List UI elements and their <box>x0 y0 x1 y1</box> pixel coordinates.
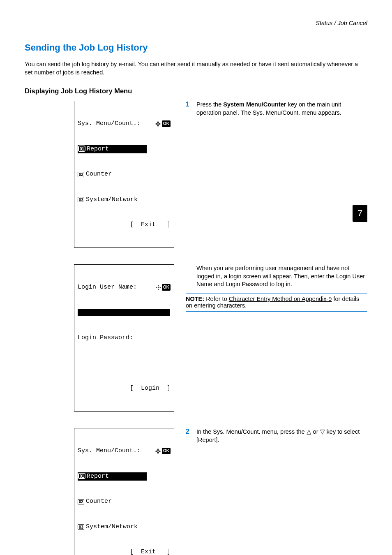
num-02-icon: 02 <box>78 499 84 504</box>
panel2-row2: Login Password: <box>78 334 133 342</box>
arrow-ok-icon: OK <box>155 120 171 127</box>
page-title: Sending the Job Log History <box>25 42 367 53</box>
header-divider <box>25 29 367 29</box>
header-right: Status / Job Cancel <box>25 20 367 26</box>
lcd-panel-login: Login User Name: OK Login Password: [ Lo… <box>74 264 174 412</box>
step-2-number: 2 <box>186 428 196 435</box>
note-link[interactable]: Character Entry Method on Appendix-9 <box>229 296 332 302</box>
arrow-ok-icon: OK <box>155 448 171 454</box>
ok-badge: OK <box>162 284 171 291</box>
panel1-item1: Report <box>87 146 109 153</box>
panel1-exit: [ Exit ] <box>130 221 171 229</box>
panel2-login: [ Login ] <box>130 384 171 393</box>
panel2-title: Login User Name: <box>78 283 137 291</box>
svg-marker-0 <box>155 121 161 127</box>
chapter-tab: 7 <box>353 205 367 222</box>
step-1-text: Press the System Menu/Counter key on the… <box>196 101 367 117</box>
step-1-number: 1 <box>186 101 196 108</box>
note-label: NOTE: <box>186 296 204 302</box>
sub-heading: Displaying Job Log History Menu <box>25 87 367 95</box>
panel1-item3: System/Network <box>86 196 138 204</box>
panel3-exit: [ Exit ] <box>130 548 171 555</box>
note-block: NOTE: Refer to Character Entry Method on… <box>186 294 367 312</box>
down-triangle-icon: ▽ <box>320 428 325 436</box>
svg-marker-6 <box>155 449 161 454</box>
panel3-title: Sys. Menu/Count.: <box>78 447 141 455</box>
panel1-title: Sys. Menu/Count.: <box>78 120 141 128</box>
panel3-item3: System/Network <box>86 523 138 531</box>
arrow-small-ok-icon: OK <box>156 284 171 291</box>
ok-badge: OK <box>162 448 171 454</box>
panel3-item2: Counter <box>86 497 112 506</box>
svg-point-1 <box>158 287 159 288</box>
lcd-panel-sysmenu-2: Sys. Menu/Count.: OK 01Report 02Counter … <box>74 428 174 555</box>
intro-paragraph: You can send the job log history by e-ma… <box>25 60 367 76</box>
num-03-icon: 03 <box>78 524 84 530</box>
num-01-icon: 01 <box>78 146 85 151</box>
panel1-item2: Counter <box>86 170 112 178</box>
num-01-icon: 01 <box>78 473 85 479</box>
num-02-icon: 02 <box>78 172 84 177</box>
step-2-text: In the Sys. Menu/Count. menu, press the … <box>196 428 367 444</box>
panel3-item1: Report <box>87 473 109 480</box>
lcd-panel-sysmenu-1: Sys. Menu/Count.: OK 01Report 02Counter … <box>74 101 174 248</box>
up-triangle-icon: △ <box>307 428 311 436</box>
ok-badge: OK <box>162 120 171 127</box>
num-03-icon: 03 <box>78 197 84 202</box>
login-paragraph: When you are performing user management … <box>186 264 367 289</box>
